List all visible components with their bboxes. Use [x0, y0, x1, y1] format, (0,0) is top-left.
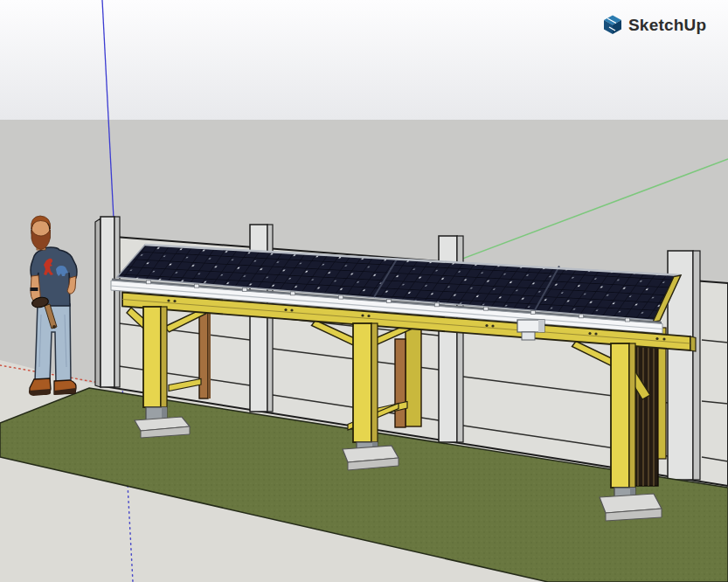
sketchup-window: SketchUp [0, 0, 728, 582]
back-post-cluster[interactable] [633, 325, 658, 486]
sketchup-logo-text: SketchUp [628, 16, 706, 34]
sky [0, 0, 728, 121]
beam-end-cap [690, 336, 696, 351]
viewport-3d[interactable]: SketchUp [0, 0, 728, 582]
wall-end-cap [95, 218, 101, 387]
figure-watch [31, 288, 38, 291]
junction-box-small[interactable] [522, 332, 535, 340]
